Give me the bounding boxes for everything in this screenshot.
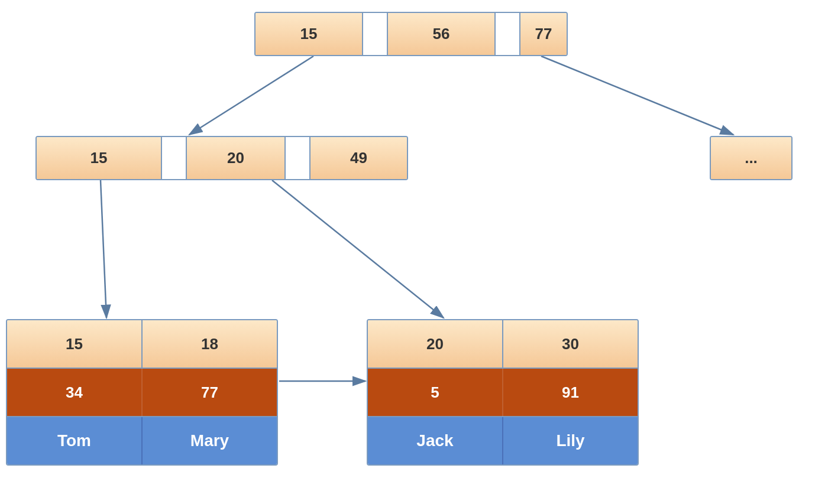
mid-left-cell-20: 20	[187, 137, 284, 179]
leaf-left-data-77: 77	[143, 369, 277, 416]
leaf-right-node: 20 30 5 91 Jack Lil	[367, 319, 639, 466]
leaf-left-name-row: Tom Mary	[7, 417, 277, 464]
leaf-right-data-91: 91	[503, 369, 638, 416]
arrow-mid-left-to-leaf-right	[272, 180, 444, 318]
mid-left-node: 15 20 49	[35, 136, 408, 180]
leaf-right-name-row: Jack Lily	[368, 417, 638, 464]
mid-left-cell-empty1	[162, 137, 186, 179]
mid-right-cell-ellipsis: ...	[711, 137, 791, 179]
root-cell-empty1	[363, 13, 387, 55]
root-cell-56: 56	[388, 13, 494, 55]
mid-left-cell-15: 15	[37, 137, 161, 179]
leaf-left-name-tom: Tom	[7, 417, 141, 464]
mid-right-node: ...	[710, 136, 793, 180]
leaf-right-data-row: 5 91	[368, 369, 638, 416]
arrow-mid-left-to-leaf-left	[101, 180, 106, 318]
leaf-right-key-20: 20	[368, 320, 502, 368]
arrow-root-to-mid-left	[189, 56, 313, 135]
mid-left-cell-49: 49	[310, 137, 407, 179]
mid-left-cell-empty2	[286, 137, 309, 179]
leaf-left-name-mary: Mary	[143, 417, 277, 464]
leaf-right-key-30: 30	[503, 320, 638, 368]
root-cell-empty2	[496, 13, 519, 55]
leaf-left-key-row: 15 18	[7, 320, 277, 368]
leaf-left-key-18: 18	[143, 320, 277, 368]
leaf-right-name-lily: Lily	[503, 417, 638, 464]
leaf-left-node: 15 18 34 77 Tom Mar	[6, 319, 278, 466]
leaf-left-key-15: 15	[7, 320, 141, 368]
root-cell-15: 15	[255, 13, 362, 55]
leaf-left-data-row: 34 77	[7, 369, 277, 416]
leaf-left-data-34: 34	[7, 369, 141, 416]
leaf-right-name-jack: Jack	[368, 417, 502, 464]
root-node: 15 56 77	[254, 12, 568, 56]
arrow-root-to-mid-right	[541, 56, 733, 135]
diagram-container: 15 56 77 15 20 49	[0, 0, 828, 504]
leaf-right-key-row: 20 30	[368, 320, 638, 368]
root-cell-77: 77	[520, 13, 567, 55]
leaf-right-data-5: 5	[368, 369, 502, 416]
